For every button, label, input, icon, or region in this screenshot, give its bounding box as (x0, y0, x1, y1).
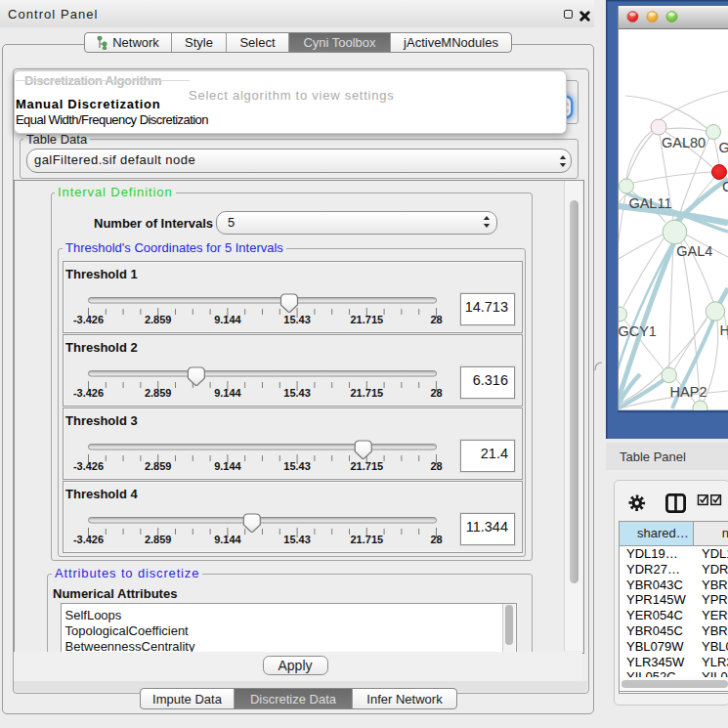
svg-text:9.144: 9.144 (214, 387, 241, 399)
svg-text:15.43: 15.43 (283, 387, 311, 399)
svg-text:9.144: 9.144 (214, 460, 241, 472)
svg-text:2.859: 2.859 (144, 534, 171, 545)
svg-text:15.43: 15.43 (283, 534, 311, 545)
svg-text:2.859: 2.859 (144, 314, 171, 325)
svg-text:-3.426: -3.426 (72, 460, 103, 472)
svg-text:-3.426: -3.426 (72, 534, 103, 545)
svg-text:15.43: 15.43 (283, 460, 311, 472)
svg-text:21.715: 21.715 (350, 387, 383, 399)
svg-text:28: 28 (430, 387, 442, 399)
svg-text:-3.426: -3.426 (72, 314, 103, 325)
svg-text:9.144: 9.144 (214, 314, 241, 325)
svg-text:9.144: 9.144 (214, 534, 241, 545)
svg-text:-3.426: -3.426 (72, 387, 103, 399)
svg-text:21.715: 21.715 (350, 460, 383, 472)
svg-text:GA: GA (719, 140, 728, 155)
svg-text:GAL11: GAL11 (628, 195, 671, 211)
svg-text:GAL80: GAL80 (662, 135, 706, 150)
svg-text:28: 28 (430, 460, 442, 472)
svg-text:GAL4: GAL4 (676, 243, 712, 259)
svg-text:2.859: 2.859 (144, 460, 171, 472)
svg-text:HI: HI (720, 322, 728, 338)
svg-text:CY: CY (722, 179, 728, 194)
svg-text:GCY1: GCY1 (618, 323, 657, 339)
svg-text:2.859: 2.859 (144, 387, 171, 399)
svg-text:28: 28 (430, 534, 442, 545)
svg-text:28: 28 (430, 314, 442, 325)
svg-text:15.43: 15.43 (283, 314, 311, 325)
svg-text:21.715: 21.715 (350, 314, 383, 325)
svg-text:21.715: 21.715 (350, 534, 383, 545)
svg-text:HAP2: HAP2 (670, 384, 707, 400)
